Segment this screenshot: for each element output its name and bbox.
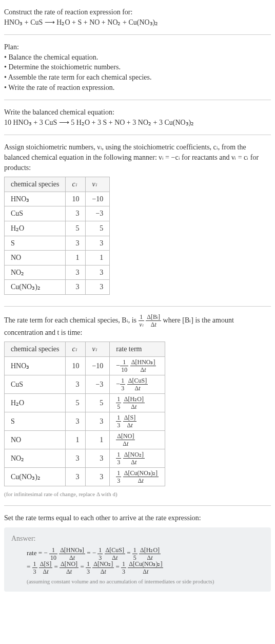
rateterm-table: chemical species cᵢ νᵢ rate term HNO₃ 10… bbox=[4, 342, 165, 486]
table-row: NO₂ 3 3 13 Δ[NO₂]Δt bbox=[5, 449, 165, 468]
cell-c: 3 bbox=[66, 236, 86, 251]
table-row: S 3 3 bbox=[5, 236, 110, 251]
answer-note: (assuming constant volume and no accumul… bbox=[11, 578, 264, 585]
table-row: NO 1 1 Δ[NO]Δt bbox=[5, 431, 165, 449]
frac-dbi-dt: Δ[Bᵢ]Δt bbox=[146, 314, 161, 328]
cell-species: NO bbox=[5, 251, 66, 266]
cell-species: CuS bbox=[5, 206, 66, 221]
balanced-section: Write the balanced chemical equation: 10… bbox=[4, 104, 271, 130]
col-rate-term: rate term bbox=[110, 342, 165, 357]
cell-species: H₂O bbox=[5, 394, 66, 412]
balanced-equation: 10 HNO₃ + 3 CuS ⟶ 5 H₂O + 3 S + NO + 3 N… bbox=[4, 118, 271, 128]
construct-title: Construct the rate of reaction expressio… bbox=[4, 7, 271, 17]
cell-c: 3 bbox=[66, 468, 86, 486]
cell-c: 3 bbox=[66, 206, 86, 221]
stoich-table: chemical species cᵢ νᵢ HNO₃ 10 −10CuS 3 … bbox=[4, 177, 110, 295]
table-header-row: chemical species cᵢ νᵢ rate term bbox=[5, 342, 165, 357]
stoich-intro: Assign stoichiometric numbers, νᵢ, using… bbox=[4, 142, 271, 173]
divider bbox=[4, 135, 271, 135]
cell-v: −3 bbox=[86, 375, 110, 394]
cell-species: NO₂ bbox=[5, 449, 66, 468]
plan-section: Plan: • Balance the chemical equation. •… bbox=[4, 39, 271, 96]
cell-species: S bbox=[5, 236, 66, 251]
cell-rate-term: −13 Δ[CuS]Δt bbox=[110, 375, 165, 394]
cell-c: 10 bbox=[66, 357, 86, 375]
cell-rate-term: −110 Δ[HNO₃]Δt bbox=[110, 357, 165, 375]
table-row: H₂O 5 5 bbox=[5, 221, 110, 236]
header-section: Construct the rate of reaction expressio… bbox=[4, 4, 271, 30]
answer-label: Answer: bbox=[11, 534, 264, 544]
cell-c: 5 bbox=[66, 221, 86, 236]
col-v: νᵢ bbox=[86, 177, 110, 192]
plan-step: • Balance the chemical equation. bbox=[4, 52, 271, 63]
cell-c: 5 bbox=[66, 394, 86, 412]
cell-c: 3 bbox=[66, 412, 86, 431]
table-row: HNO₃ 10 −10 −110 Δ[HNO₃]Δt bbox=[5, 357, 165, 375]
col-species: chemical species bbox=[5, 177, 66, 192]
col-c: cᵢ bbox=[66, 342, 86, 357]
table-row: CuS 3 −3 bbox=[5, 206, 110, 221]
cell-species: H₂O bbox=[5, 221, 66, 236]
cell-v: 3 bbox=[86, 280, 110, 295]
cell-species: NO bbox=[5, 431, 66, 449]
col-species: chemical species bbox=[5, 342, 66, 357]
cell-v: −10 bbox=[86, 192, 110, 206]
cell-rate-term: 13 Δ[NO₂]Δt bbox=[110, 449, 165, 468]
divider bbox=[4, 34, 271, 35]
rateterm-note: (for infinitesimal rate of change, repla… bbox=[4, 490, 271, 498]
cell-c: 3 bbox=[66, 449, 86, 468]
table-row: Cu(NO₃)₂ 3 3 bbox=[5, 280, 110, 295]
answer-box: Answer: rate = − 110 Δ[HNO₃]Δt = − 13 Δ[… bbox=[4, 527, 271, 592]
cell-rate-term: 15 Δ[H₂O]Δt bbox=[110, 394, 165, 412]
plan-step: • Assemble the rate term for each chemic… bbox=[4, 72, 271, 83]
cell-species: NO₂ bbox=[5, 265, 66, 280]
table-row: H₂O 5 5 15 Δ[H₂O]Δt bbox=[5, 394, 165, 412]
plan-step: • Write the rate of reaction expression. bbox=[4, 83, 271, 93]
cell-c: 3 bbox=[66, 265, 86, 280]
cell-v: 3 bbox=[86, 236, 110, 251]
table-row: CuS 3 −3 −13 Δ[CuS]Δt bbox=[5, 375, 165, 394]
cell-rate-term: 13 Δ[S]Δt bbox=[110, 412, 165, 431]
table-header-row: chemical species cᵢ νᵢ bbox=[5, 177, 110, 192]
cell-v: 1 bbox=[86, 251, 110, 266]
col-v: νᵢ bbox=[86, 342, 110, 357]
cell-v: 3 bbox=[86, 412, 110, 431]
cell-rate-term: Δ[NO]Δt bbox=[110, 431, 165, 449]
cell-species: Cu(NO₃)₂ bbox=[5, 280, 66, 295]
cell-c: 1 bbox=[66, 251, 86, 266]
cell-v: 3 bbox=[86, 265, 110, 280]
cell-c: 3 bbox=[66, 375, 86, 394]
reaction-equation: HNO₃ + CuS ⟶ H₂O + S + NO + NO₂ + Cu(NO₃… bbox=[4, 17, 271, 28]
cell-c: 1 bbox=[66, 431, 86, 449]
cell-v: −10 bbox=[86, 357, 110, 375]
final-section: Set the rate terms equal to each other t… bbox=[4, 510, 271, 595]
cell-species: HNO₃ bbox=[5, 357, 66, 375]
cell-species: HNO₃ bbox=[5, 192, 66, 206]
plan-title: Plan: bbox=[4, 42, 271, 52]
cell-v: 1 bbox=[86, 431, 110, 449]
cell-c: 10 bbox=[66, 192, 86, 206]
cell-c: 3 bbox=[66, 280, 86, 295]
final-intro: Set the rate terms equal to each other t… bbox=[4, 513, 271, 523]
table-row: S 3 3 13 Δ[S]Δt bbox=[5, 412, 165, 431]
table-row: NO₂ 3 3 bbox=[5, 265, 110, 280]
rateterm-section: The rate term for each chemical species,… bbox=[4, 311, 271, 502]
table-row: HNO₃ 10 −10 bbox=[5, 192, 110, 206]
cell-v: −3 bbox=[86, 206, 110, 221]
col-c: cᵢ bbox=[66, 177, 86, 192]
cell-rate-term: 13 Δ[Cu(NO₃)₂]Δt bbox=[110, 468, 165, 486]
divider bbox=[4, 505, 271, 506]
table-row: NO 1 1 bbox=[5, 251, 110, 266]
cell-species: CuS bbox=[5, 375, 66, 394]
divider bbox=[4, 306, 271, 307]
cell-v: 5 bbox=[86, 221, 110, 236]
balanced-title: Write the balanced chemical equation: bbox=[4, 107, 271, 118]
stoich-section: Assign stoichiometric numbers, νᵢ, using… bbox=[4, 139, 271, 302]
frac-one-over-nu: 1νᵢ bbox=[139, 314, 144, 328]
cell-v: 3 bbox=[86, 449, 110, 468]
table-row: Cu(NO₃)₂ 3 3 13 Δ[Cu(NO₃)₂]Δt bbox=[5, 468, 165, 486]
plan-step: • Determine the stoichiometric numbers. bbox=[4, 62, 271, 72]
cell-species: Cu(NO₃)₂ bbox=[5, 468, 66, 486]
rateterm-intro-prefix: The rate term for each chemical species,… bbox=[4, 316, 139, 324]
cell-v: 3 bbox=[86, 468, 110, 486]
